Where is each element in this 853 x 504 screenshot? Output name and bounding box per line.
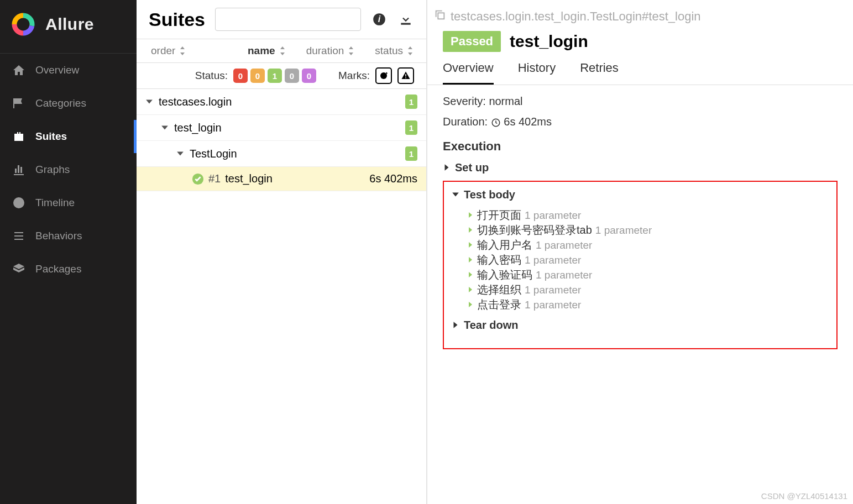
tree-row-class[interactable]: TestLogin 1 [137,141,426,167]
chevron-down-icon [452,188,459,201]
tree-label: testcases.login [159,96,232,108]
col-duration[interactable]: duration [306,45,355,57]
step-row[interactable]: 打开页面 1 parameter [452,208,829,223]
testbody-highlight-box: Test body 打开页面 1 parameter切换到账号密码登录tab 1… [443,181,838,349]
watermark: CSDN @YZL40514131 [761,491,847,501]
step-row[interactable]: 输入用户名 1 parameter [452,238,829,253]
chevron-right-icon [467,269,474,281]
tree-label: test_login [174,122,222,134]
execution-heading: Execution [443,136,838,154]
search-input[interactable] [215,8,361,31]
breadcrumb-text: testcases.login.test_login.TestLogin#tes… [451,9,701,24]
sidebar-header: Allure [0,0,137,54]
tab-retries[interactable]: Retries [580,61,619,85]
step-row[interactable]: 选择组织 1 parameter [452,282,829,297]
step-params: 1 parameter [525,284,581,296]
clock-icon [491,118,501,128]
tree-label: TestLogin [190,148,237,160]
step-row[interactable]: 输入密码 1 parameter [452,253,829,267]
tab-overview[interactable]: Overview [443,61,494,85]
chip-broken[interactable]: 0 [250,69,265,83]
flag-icon [12,97,25,110]
tree-label: test_login [225,172,273,185]
chevron-right-icon [467,209,474,222]
download-icon[interactable] [397,11,414,28]
step-row[interactable]: 点击登录 1 parameter [452,297,829,312]
sidebar-item-suites[interactable]: Suites [0,120,137,153]
status-filter-label: Status: [195,70,228,82]
step-params: 1 parameter [536,269,592,281]
clock-icon [12,196,25,209]
allure-logo-icon [11,12,35,36]
step-name: 输入用户名 [477,238,532,253]
filters-row: Status: 0 0 1 0 0 Marks: [137,63,426,89]
sidebar-item-label: Timeline [35,197,75,209]
info-icon[interactable]: i [371,11,388,28]
check-passed-icon [192,173,204,185]
suites-panel: Suites i order name duration status Stat… [137,0,427,504]
chip-failed[interactable]: 0 [233,69,248,83]
severity-row: Severity: normal [443,95,838,108]
sidebar-item-timeline[interactable]: Timeline [0,186,137,219]
chevron-right-icon [467,239,474,251]
step-name: 打开页面 [477,208,521,223]
sidebar-item-label: Overview [35,64,79,76]
column-headers: order name duration status [137,39,426,63]
sidebar: Allure Overview Categories Suites Graphs… [0,0,137,504]
sidebar-item-categories[interactable]: Categories [0,87,137,120]
step-params: 1 parameter [536,239,592,251]
bar-chart-icon [12,163,25,176]
teardown-row[interactable]: Tear down [452,319,829,332]
brand-label: Allure [45,15,94,34]
tree-row-module[interactable]: test_login 1 [137,115,426,141]
detail-tabs: Overview History Retries [427,61,853,85]
chevron-right-icon [467,224,474,237]
sidebar-item-graphs[interactable]: Graphs [0,153,137,186]
col-order[interactable]: order [151,45,186,57]
sidebar-item-label: Suites [35,130,67,143]
step-row[interactable]: 切换到账号密码登录tab 1 parameter [452,223,829,238]
execution-block: Set up Test body 打开页面 1 parameter切换到账号密码… [443,161,838,349]
test-duration: 6s 402ms [369,172,417,185]
status-badge: Passed [443,31,501,52]
test-title: test_login [510,32,588,51]
chevron-right-icon [452,319,459,332]
details-body: Severity: normal Duration: 6s 402ms Exec… [427,85,853,359]
status-chips: 0 0 1 0 0 [233,69,316,83]
suites-header: Suites i [137,0,426,39]
mark-new-failed-icon[interactable] [397,67,414,84]
tab-history[interactable]: History [518,61,556,85]
step-name: 选择组织 [477,282,521,297]
home-icon [12,64,25,77]
svg-rect-10 [438,13,444,19]
step-name: 点击登录 [477,297,521,312]
chip-passed[interactable]: 1 [268,69,282,83]
step-name: 输入密码 [477,253,521,267]
tree-row-package[interactable]: testcases.login 1 [137,89,426,115]
setup-row[interactable]: Set up [443,161,838,174]
mark-flaky-icon[interactable] [375,67,392,84]
count-badge: 1 [405,95,417,109]
chevron-right-icon [467,298,474,311]
tree-row-test[interactable]: #1 test_login 6s 402ms [137,167,426,191]
count-badge: 1 [405,146,417,161]
chip-unknown[interactable]: 0 [302,69,316,83]
sidebar-item-overview[interactable]: Overview [0,54,137,87]
step-params: 1 parameter [525,254,581,266]
sidebar-item-behaviors[interactable]: Behaviors [0,219,137,253]
copy-icon[interactable] [434,9,446,24]
testbody-row[interactable]: Test body [452,188,829,201]
step-params: 1 parameter [525,209,581,222]
sidebar-item-packages[interactable]: Packages [0,253,137,286]
chip-skipped[interactable]: 0 [285,69,299,83]
col-status[interactable]: status [375,45,414,57]
sidebar-item-label: Graphs [35,164,70,176]
panel-title: Suites [149,9,205,30]
test-tree: testcases.login 1 test_login 1 TestLogin… [137,89,426,191]
chevron-down-icon [176,148,185,160]
chevron-down-icon [161,122,170,134]
step-row[interactable]: 输入验证码 1 parameter [452,267,829,282]
col-name[interactable]: name [248,45,286,57]
chevron-right-icon [467,284,474,296]
sidebar-item-label: Categories [35,97,86,109]
